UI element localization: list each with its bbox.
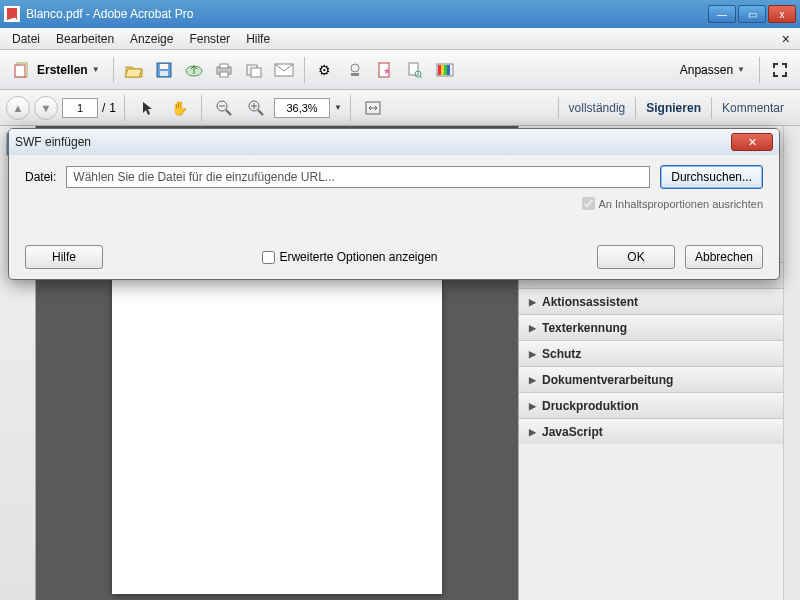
svg-text:★: ★ [383,66,391,76]
save-button[interactable] [150,56,178,84]
svg-rect-16 [409,63,418,75]
svg-rect-13 [351,73,359,76]
dialog-titlebar: SWF einfügen ✕ [9,129,779,155]
fit-icon [363,98,383,118]
doc-star-icon: ★ [375,60,395,80]
tool4-button[interactable] [401,56,429,84]
zoom-out-button[interactable] [210,94,238,122]
advanced-label: Erweiterte Optionen anzeigen [279,250,437,264]
app-icon [4,6,20,22]
tool3-button[interactable]: ★ [371,56,399,84]
menu-bearbeiten[interactable]: Bearbeiten [48,30,122,48]
svg-rect-1 [15,65,25,77]
cloud-button[interactable] [180,56,208,84]
svg-line-18 [420,76,422,78]
gear-icon: ⚙ [315,60,335,80]
zoom-level[interactable]: 36,3% [274,98,330,118]
page-down-button[interactable]: ▼ [34,96,58,120]
section-druckproduktion[interactable]: ▶Druckproduktion [519,392,783,418]
browse-button[interactable]: Durchsuchen... [660,165,763,189]
search-doc-icon [405,60,425,80]
mail-button[interactable] [270,56,298,84]
tool5-button[interactable] [431,56,459,84]
open-button[interactable] [120,56,148,84]
page-sep: / [102,101,105,115]
tool2-button[interactable] [341,56,369,84]
menu-hilfe[interactable]: Hilfe [238,30,278,48]
floppy-icon [154,60,174,80]
tab-kommentar[interactable]: Kommentar [712,97,794,119]
gear-button[interactable]: ⚙ [311,56,339,84]
share-button[interactable] [240,56,268,84]
menubar: Datei Bearbeiten Anzeige Fenster Hilfe × [0,28,800,50]
zoom-dropdown-icon[interactable]: ▼ [334,103,342,112]
customize-button[interactable]: Anpassen ▼ [672,59,753,81]
ok-button[interactable]: OK [597,245,675,269]
section-schutz[interactable]: ▶Schutz [519,340,783,366]
svg-rect-21 [441,65,444,75]
svg-rect-4 [160,71,168,76]
share-icon [244,60,264,80]
stamp-icon [345,60,365,80]
align-label: An Inhaltsproportionen ausrichten [599,198,764,210]
svg-line-30 [258,110,263,115]
section-aktionsassistent[interactable]: ▶Aktionsassistent [519,288,783,314]
zoom-in-icon [246,98,266,118]
maximize-button[interactable]: ▭ [738,5,766,23]
svg-rect-7 [220,64,228,68]
section-dokumentverarbeitung[interactable]: ▶Dokumentverarbeitung [519,366,783,392]
svg-rect-3 [160,64,168,69]
toolbar-nav: ▲ ▼ / 1 ✋ 36,3% ▼ vollständig Signieren … [0,90,800,126]
tab-vollstaendig[interactable]: vollständig [559,97,636,119]
fit-button[interactable] [359,94,387,122]
section-javascript[interactable]: ▶JavaScript [519,418,783,444]
close-button[interactable]: x [768,5,796,23]
fullscreen-button[interactable] [766,56,794,84]
svg-rect-10 [251,68,261,77]
hand-tool[interactable]: ✋ [165,94,193,122]
window-title: Blanco.pdf - Adobe Acrobat Pro [26,7,193,21]
minimize-button[interactable]: — [708,5,736,23]
menu-fenster[interactable]: Fenster [181,30,238,48]
cloud-icon [184,60,204,80]
close-doc-button[interactable]: × [776,29,796,49]
help-button[interactable]: Hilfe [25,245,103,269]
zoom-in-button[interactable] [242,94,270,122]
svg-line-26 [226,110,231,115]
scrollbar[interactable] [783,126,800,600]
spectrum-icon [435,60,455,80]
print-button[interactable] [210,56,238,84]
printer-icon [214,60,234,80]
page-total: 1 [109,101,116,115]
create-icon [13,60,33,80]
cancel-button[interactable]: Abbrechen [685,245,763,269]
advanced-checkbox[interactable] [262,251,275,264]
folder-open-icon [124,60,144,80]
svg-rect-22 [444,65,447,75]
align-checkbox [582,197,595,210]
file-path-input[interactable] [66,166,650,188]
page-up-button[interactable]: ▲ [6,96,30,120]
file-label: Datei: [25,170,56,184]
cursor-icon [137,98,157,118]
dropdown-icon: ▼ [92,65,100,74]
mail-icon [274,60,294,80]
create-button[interactable]: Erstellen ▼ [6,57,107,83]
zoom-out-icon [214,98,234,118]
tab-signieren[interactable]: Signieren [636,97,711,119]
page-number-input[interactable] [62,98,98,118]
dialog-swf-insert: SWF einfügen ✕ Datei: Durchsuchen... An … [8,128,780,280]
fullscreen-icon [770,60,790,80]
hand-icon: ✋ [169,98,189,118]
dialog-title: SWF einfügen [15,135,91,149]
dialog-close-button[interactable]: ✕ [731,133,773,151]
section-texterkennung[interactable]: ▶Texterkennung [519,314,783,340]
select-tool[interactable] [133,94,161,122]
dropdown-icon: ▼ [737,65,745,74]
svg-rect-23 [447,65,450,75]
svg-rect-8 [220,72,228,77]
menu-anzeige[interactable]: Anzeige [122,30,181,48]
menu-datei[interactable]: Datei [4,30,48,48]
window-titlebar: Blanco.pdf - Adobe Acrobat Pro — ▭ x [0,0,800,28]
svg-rect-20 [438,65,441,75]
